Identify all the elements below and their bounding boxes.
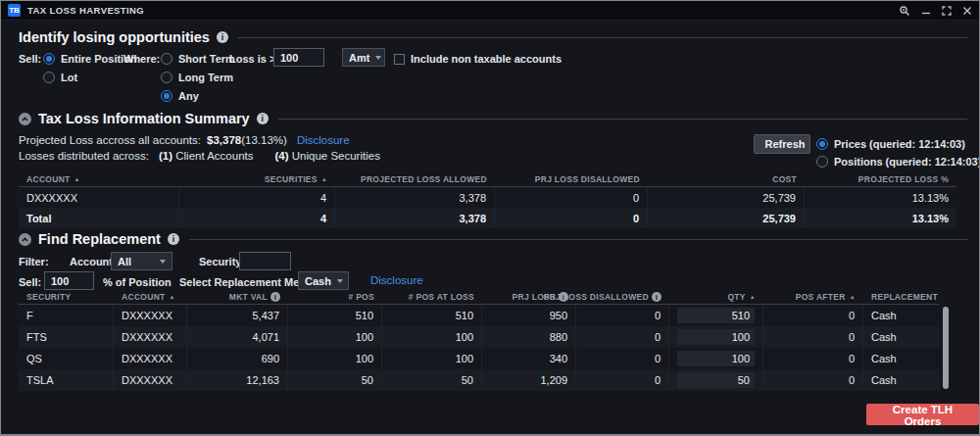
info-icon[interactable]: i [168,233,179,245]
cell-security: FTS [19,326,114,348]
radio-short-term[interactable]: Short Term [161,51,235,67]
maximize-icon[interactable] [942,6,952,16]
replacement-method-dropdown[interactable]: Cash [298,271,349,290]
sort-asc-icon: ▲ [170,294,175,300]
cell-projected-loss: 13.13% [805,187,956,208]
column-header-prj-loss-disallowed[interactable]: PRJ LOSS DISALLOWEDi [576,290,669,304]
unique-securities-label: Unique Securities [292,150,380,162]
qty-input[interactable]: 50 [677,372,755,388]
column-header-projected-loss[interactable]: PROJECTED LOSS % [805,171,956,186]
table-total-row[interactable]: Total43,378025,73913.13% [19,208,956,228]
section-divider [189,239,967,240]
client-accounts-count: (1) [159,150,172,162]
column-header-pos[interactable]: # POS [288,290,382,304]
sort-asc-icon: ▲ [750,294,756,300]
column-header-securities[interactable]: SECURITIES▲ [179,171,335,186]
minimize-icon[interactable] [921,6,931,16]
cell-securities: 4 [179,187,335,208]
radio-any[interactable]: Any [161,88,199,104]
cell-projected-loss-allowed: 3,378 [335,208,495,228]
sell-pct-label: Sell: [19,274,41,290]
cell-mkt-val: 12,163 [187,369,288,391]
info-icon[interactable]: i [270,292,280,302]
table-row[interactable]: DXXXXXX43,378025,73913.13% [19,187,956,208]
sort-asc-icon: ▲ [74,176,80,182]
loss-unit-dropdown[interactable]: Amt [342,48,385,67]
radio-icon [43,72,55,83]
cell-replacement: Cash [863,369,940,391]
radio-icon [816,138,828,150]
radio-long-term[interactable]: Long Term [161,70,233,85]
table-row[interactable]: FDXXXXXX5,43751051095005100Cash [19,305,940,326]
cell-qty: 510 [669,305,763,326]
info-icon[interactable]: i [257,113,269,124]
include-non-taxable-checkbox[interactable]: Include non taxable accounts [394,51,562,67]
column-header-pos-after[interactable]: POS AFTER▲ [763,290,863,304]
window-title: TAX LOSS HARVESTING [27,5,144,16]
sort-asc-icon: ▲ [321,176,327,182]
cell-replacement: Cash [863,348,940,369]
refresh-button[interactable]: Refresh [754,134,810,154]
column-header-qty[interactable]: QTY▲ [669,290,763,304]
column-header-prj-loss-disallowed[interactable]: PRJ LOSS DISALLOWED [495,171,648,186]
column-header-account[interactable]: ACCOUNT▲ [114,290,187,304]
replacement-section-header: Find Replacement i [19,231,967,247]
cell-account: DXXXXXX [19,187,179,208]
chevron-down-icon [375,56,381,60]
vertical-scrollbar[interactable] [943,307,949,389]
sort-asc-icon: ▲ [850,294,856,300]
qty-input[interactable]: 100 [677,351,755,366]
radio-lot[interactable]: Lot [43,70,77,85]
projected-loss-line: Projected Loss accross all accounts: $3,… [19,134,350,146]
cell-pos-at-loss: 50 [382,369,482,391]
column-header-cost[interactable]: COST [648,171,805,186]
cell-prj-loss: 340 [482,348,576,369]
column-header-mkt-val[interactable]: MKT VALi [187,290,288,304]
radio-icon [161,53,172,65]
table-row[interactable]: FTSDXXXXXX4,07110010088001000Cash [19,326,940,348]
loss-threshold-label: Loss is > [229,51,275,67]
loss-threshold-input[interactable] [273,48,324,67]
settings-search-icon[interactable] [899,5,910,17]
table-row[interactable]: TSLADXXXXXX12,16350501,2090500Cash [19,369,940,391]
info-icon[interactable]: i [217,31,228,43]
column-header-replacement[interactable]: REPLACEMENT [863,290,940,304]
info-icon[interactable]: i [652,292,662,302]
radio-icon [816,156,828,168]
filter-label: Filter: [19,254,49,269]
security-filter-input[interactable] [239,252,291,270]
cell-cost: 25,739 [648,187,805,208]
qty-input[interactable]: 510 [677,308,755,323]
radio-prices-queried[interactable]: Prices (queried: 12:14:03) [816,136,965,152]
collapse-icon[interactable] [19,113,31,125]
qty-input[interactable]: 100 [677,329,755,345]
column-header-projected-loss-allowed[interactable]: PROJECTED LOSS ALLOWED [335,171,495,186]
sell-label: Sell: [19,51,41,67]
cell-pos-after: 0 [763,369,863,391]
close-icon[interactable] [962,6,972,16]
cell-securities: 4 [179,208,335,228]
accounts-filter-dropdown[interactable]: All [111,252,172,270]
loss-unit-value: Amt [349,52,369,64]
radio-positions-queried[interactable]: Positions (queried: 12:14:03) [816,154,980,170]
cell-qty: 100 [669,348,763,369]
security-filter-label: Security [199,254,241,269]
cell-prj-loss-disallowed: 0 [576,305,669,326]
cell-prj-loss-disallowed: 0 [495,208,648,228]
disclosure-link[interactable]: Disclosure [297,134,350,146]
disclosure-link[interactable]: Disclosure [370,274,423,286]
cell-pos-after: 0 [763,305,863,326]
table-header-row: SECURITYACCOUNT▲MKT VALi# POS# POS AT LO… [19,290,940,305]
column-header-pos-at-loss[interactable]: # POS AT LOSS [382,290,482,304]
replacement-method-value: Cash [305,275,331,287]
table-row[interactable]: QSDXXXXXX69010010034001000Cash [19,348,940,369]
sell-pct-input[interactable] [44,271,94,290]
create-tlh-orders-button[interactable]: Create TLH Orders [866,404,979,425]
column-header-security[interactable]: SECURITY [19,290,114,304]
cell-mkt-val: 4,071 [187,326,288,348]
column-header-account[interactable]: ACCOUNT▲ [19,171,179,186]
projected-loss-pct: (13.13%) [241,134,287,146]
cell-pos-after: 0 [763,348,863,369]
collapse-icon[interactable] [19,233,31,246]
chevron-down-icon [160,260,166,264]
